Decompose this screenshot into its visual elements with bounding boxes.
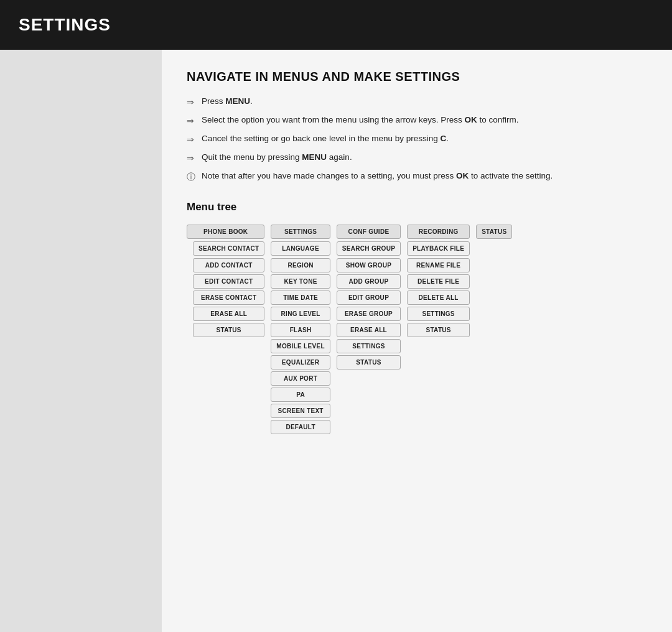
arrow-icon-1: ⇒	[187, 96, 197, 109]
menu-item-search-contact: SEARCH CONTACT	[193, 241, 264, 256]
menu-item-status-rec: STATUS	[407, 323, 470, 337]
arrow-icon-2: ⇒	[187, 114, 197, 128]
menu-item-erase-all-pb: ERASE ALL	[193, 307, 264, 321]
column-phone-book: PHONE BOOK SEARCH CONTACT ADD CONTACT ED…	[187, 225, 264, 339]
menu-item-time-date: TIME DATE	[271, 290, 330, 305]
main-layout: NAVIGATE IN MENUS AND MAKE SETTINGS ⇒ Pr…	[0, 50, 672, 632]
menu-item-playback-file: PLAYBACK FILE	[407, 241, 470, 256]
menu-item-settings-cg: SETTINGS	[337, 339, 401, 353]
menu-item-language: LANGUAGE	[271, 241, 330, 256]
col-header-conf-guide: CONF GUIDE	[337, 225, 401, 239]
menu-item-region: REGION	[271, 258, 330, 272]
menu-item-search-group: SEARCH GROUP	[337, 241, 401, 256]
menu-item-flash: FLASH	[271, 323, 330, 337]
menu-item-settings-rec: SETTINGS	[407, 307, 470, 321]
instruction-5: ⓘ Note that after you have made changes …	[187, 170, 647, 184]
menu-item-add-group: ADD GROUP	[337, 274, 401, 289]
instruction-2-text: Select the option you want from the menu…	[202, 114, 519, 126]
instruction-4-text: Quit the menu by pressing MENU again.	[202, 151, 352, 164]
arrow-icon-4: ⇒	[187, 152, 197, 165]
instruction-5-text: Note that after you have made changes to…	[202, 170, 553, 182]
menu-tree-title: Menu tree	[187, 201, 647, 213]
column-conf-guide: CONF GUIDE SEARCH GROUP SHOW GROUP ADD G…	[337, 225, 401, 371]
instruction-1-text: Press MENU.	[202, 95, 253, 108]
arrow-icon-3: ⇒	[187, 133, 197, 146]
content-area: NAVIGATE IN MENUS AND MAKE SETTINGS ⇒ Pr…	[162, 50, 672, 632]
menu-item-rename-file: RENAME FILE	[407, 258, 470, 272]
column-recording: RECORDING PLAYBACK FILE RENAME FILE DELE…	[407, 225, 470, 339]
instruction-2: ⇒ Select the option you want from the me…	[187, 114, 647, 128]
menu-item-mobile-level: MOBILE LEVEL	[271, 339, 330, 353]
instructions-list: ⇒ Press MENU. ⇒ Select the option you wa…	[187, 95, 647, 184]
page-header: SETTINGS	[0, 0, 672, 50]
sidebar	[0, 50, 162, 632]
menu-item-equalizer: EQUALIZER	[271, 355, 330, 369]
menu-item-show-group: SHOW GROUP	[337, 258, 401, 272]
menu-item-key-tone: KEY TONE	[271, 274, 330, 289]
instruction-4: ⇒ Quit the menu by pressing MENU again.	[187, 151, 647, 165]
info-icon-1: ⓘ	[187, 170, 197, 184]
menu-tree: PHONE BOOK SEARCH CONTACT ADD CONTACT ED…	[187, 225, 647, 436]
column-settings: SETTINGS LANGUAGE REGION KEY TONE TIME D…	[271, 225, 330, 436]
instruction-1: ⇒ Press MENU.	[187, 95, 647, 109]
phone-book-sub-items: SEARCH CONTACT ADD CONTACT EDIT CONTACT …	[187, 241, 264, 339]
col-header-phone-book: PHONE BOOK	[187, 225, 264, 239]
col-header-recording: RECORDING	[407, 225, 470, 239]
col-header-settings: SETTINGS	[271, 225, 330, 239]
instruction-3-text: Cancel the setting or go back one level …	[202, 132, 449, 145]
menu-item-erase-group: ERASE GROUP	[337, 307, 401, 321]
col-header-status: STATUS	[476, 225, 512, 239]
menu-item-aux-port: AUX PORT	[271, 371, 330, 386]
column-status: STATUS	[476, 225, 512, 241]
menu-item-erase-contact: ERASE CONTACT	[193, 290, 264, 305]
menu-item-status-cg: STATUS	[337, 355, 401, 369]
menu-item-ring-level: RING LEVEL	[271, 307, 330, 321]
menu-item-screen-text: SCREEN TEXT	[271, 404, 330, 418]
menu-item-edit-group: EDIT GROUP	[337, 290, 401, 305]
menu-item-add-contact: ADD CONTACT	[193, 258, 264, 272]
page-title: SETTINGS	[19, 15, 111, 35]
menu-item-pa: PA	[271, 388, 330, 402]
section-title: NAVIGATE IN MENUS AND MAKE SETTINGS	[187, 70, 647, 84]
menu-item-delete-all: DELETE ALL	[407, 290, 470, 305]
menu-item-default: DEFAULT	[271, 420, 330, 434]
instruction-3: ⇒ Cancel the setting or go back one leve…	[187, 132, 647, 146]
menu-item-erase-all-cg: ERASE ALL	[337, 323, 401, 337]
menu-item-edit-contact: EDIT CONTACT	[193, 274, 264, 289]
menu-item-status-pb: STATUS	[193, 323, 264, 337]
menu-item-delete-file: DELETE FILE	[407, 274, 470, 289]
